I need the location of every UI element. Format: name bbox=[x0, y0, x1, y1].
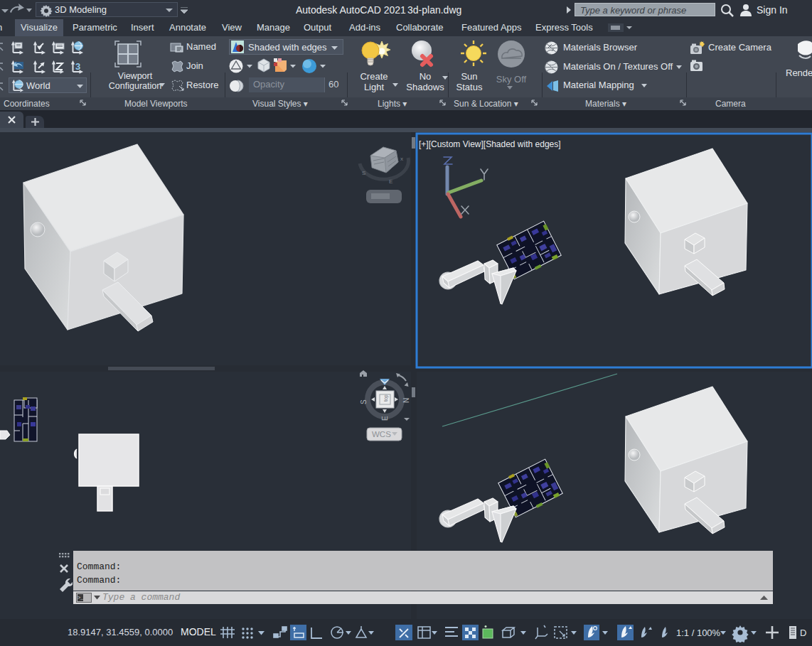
svg-text:3: 3 bbox=[75, 61, 80, 72]
svg-text:S: S bbox=[362, 170, 365, 176]
svg-text:x: x bbox=[400, 156, 403, 162]
svg-text:D: D bbox=[800, 628, 806, 638]
svg-text:E: E bbox=[381, 416, 389, 421]
svg-text:[+][Custom View][Shaded with e: [+][Custom View][Shaded with edges] bbox=[419, 139, 561, 149]
svg-text:E: E bbox=[389, 178, 392, 185]
svg-text:1:1 / 100%: 1:1 / 100% bbox=[676, 628, 721, 638]
svg-text:WCS: WCS bbox=[372, 430, 391, 438]
svg-text:N: N bbox=[402, 398, 410, 403]
svg-text:top: top bbox=[383, 394, 389, 402]
svg-text:S: S bbox=[360, 399, 368, 404]
